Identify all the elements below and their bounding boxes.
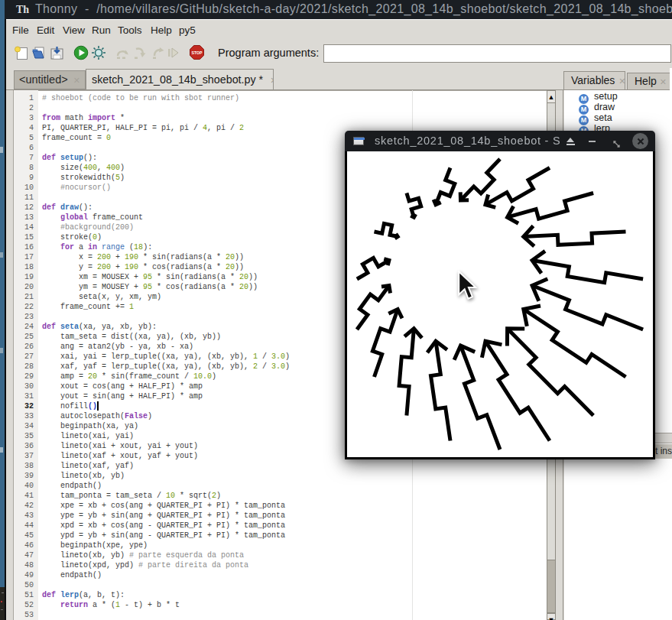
svg-text:STOP: STOP bbox=[191, 50, 203, 55]
